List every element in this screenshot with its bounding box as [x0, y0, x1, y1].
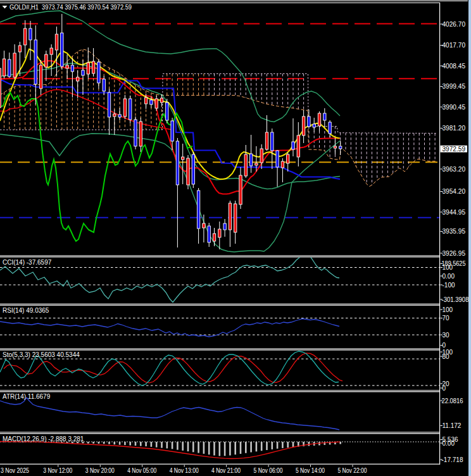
svg-text:0: 0	[443, 342, 446, 349]
svg-text:4 Nov 05:00: 4 Nov 05:00	[127, 467, 156, 474]
svg-text:4008.45: 4008.45	[443, 63, 466, 70]
svg-text:100: 100	[443, 264, 453, 271]
svg-text:4017.70: 4017.70	[443, 42, 466, 49]
svg-text:3990.45: 3990.45	[443, 104, 466, 111]
svg-text:5 Nov 14:00: 5 Nov 14:00	[296, 467, 325, 474]
svg-text:-17.718: -17.718	[442, 456, 463, 463]
svg-text:3972.59: 3972.59	[443, 146, 466, 153]
svg-text:MACD(12,26,9) -2.888 3.281: MACD(12,26,9) -2.888 3.281	[3, 435, 84, 442]
svg-text:GOLD#,H1 3973.74 3975.46 3970: GOLD#,H1 3973.74 3975.46 3970.54 3972.59	[9, 4, 132, 11]
svg-text:30: 30	[443, 332, 450, 339]
svg-text:80: 80	[443, 353, 450, 360]
svg-text:22.0816: 22.0816	[442, 398, 463, 404]
svg-text:ATR(14) 11.6679: ATR(14) 11.6679	[3, 393, 51, 400]
svg-text:3935.95: 3935.95	[443, 228, 466, 235]
svg-text:3981.20: 3981.20	[443, 125, 466, 132]
svg-text:5 Nov 22:00: 5 Nov 22:00	[338, 467, 367, 474]
svg-text:4026.70: 4026.70	[443, 21, 466, 28]
svg-text:5 Nov 06:00: 5 Nov 06:00	[254, 467, 283, 474]
svg-text:-301.3908: -301.3908	[442, 296, 469, 303]
svg-text:RSI(14) 49.0365: RSI(14) 49.0365	[3, 307, 49, 314]
svg-text:0: 0	[443, 385, 446, 392]
svg-text:70: 70	[443, 315, 450, 322]
svg-text:3944.95: 3944.95	[443, 209, 466, 216]
svg-text:CCI(14) -37.6597: CCI(14) -37.6597	[3, 259, 52, 266]
svg-text:-100: -100	[443, 282, 455, 289]
svg-text:4 Nov 21:00: 4 Nov 21:00	[211, 467, 241, 474]
svg-text:4 Nov 13:00: 4 Nov 13:00	[170, 467, 199, 474]
svg-text:100: 100	[443, 306, 453, 313]
svg-text:3954.20: 3954.20	[443, 188, 466, 195]
svg-text:3 Nov 2025: 3 Nov 2025	[1, 467, 29, 474]
svg-text:11.172: 11.172	[443, 422, 462, 429]
svg-text:3963.20: 3963.20	[443, 166, 466, 173]
svg-text:3926.95: 3926.95	[443, 250, 466, 257]
svg-text:0.00: 0.00	[443, 273, 455, 280]
svg-text:0.00: 0.00	[443, 440, 455, 447]
svg-text:3 Nov 12:00: 3 Nov 12:00	[43, 467, 72, 474]
svg-text:Sto(5,3,3) 23.5603 40.5344: Sto(5,3,3) 23.5603 40.5344	[3, 351, 80, 358]
svg-text:3 Nov 20:00: 3 Nov 20:00	[85, 467, 115, 474]
svg-text:3999.45: 3999.45	[443, 83, 466, 90]
